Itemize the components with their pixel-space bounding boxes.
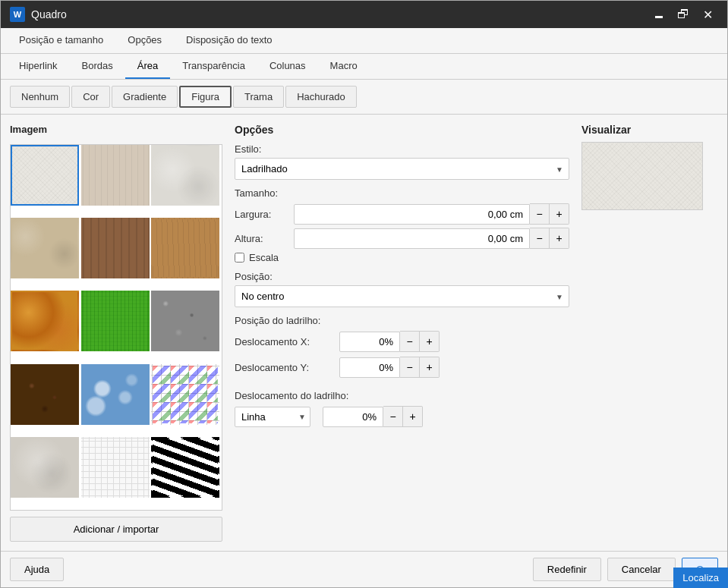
offset-y-increment-button[interactable]: + (420, 357, 440, 378)
tile-offset-row: Linha Coluna ▼ − + (235, 406, 569, 427)
tab-disposicao[interactable]: Disposição do texto (174, 28, 284, 53)
style-select-wrapper: Ladrilhado Ajuste Ampliado Posicionado ▼ (235, 158, 569, 180)
offset-y-input[interactable] (339, 357, 400, 378)
width-decrement-button[interactable]: − (530, 203, 550, 225)
position-select[interactable]: No centro Superior esquerdo Superior cen… (235, 285, 569, 307)
add-import-button[interactable]: Adicionar / importar (10, 517, 222, 542)
main-content: Imagem (1, 115, 727, 551)
texture-8[interactable] (81, 291, 150, 351)
texture-5[interactable] (81, 218, 150, 278)
texture-13[interactable] (11, 437, 79, 498)
size-section: Tamanho: Largura: − + Altura: (235, 187, 569, 263)
cancel-button[interactable]: Cancelar (607, 558, 676, 581)
window-title: Quadro (31, 8, 67, 20)
subtab-trama[interactable]: Trama (233, 86, 284, 108)
image-grid (10, 144, 222, 511)
tab-posicao[interactable]: Posição e tamanho (7, 28, 115, 53)
title-bar-controls: 🗕 🗗 ✕ (648, 4, 718, 25)
style-field: Estilo: Ladrilhado Ajuste Ampliado Posic… (235, 143, 569, 180)
tab-colunas[interactable]: Colunas (257, 54, 318, 79)
localiza-label: Localiza (682, 572, 719, 583)
texture-12[interactable] (151, 364, 219, 425)
position-field: Posição: No centro Superior esquerdo Sup… (235, 271, 569, 307)
offset-x-label: Deslocamento X: (235, 336, 333, 347)
subtab-cor[interactable]: Cor (71, 86, 110, 108)
width-input[interactable] (294, 204, 530, 225)
texture-7[interactable] (11, 291, 79, 351)
width-input-wrapper: − + (294, 203, 569, 225)
bottom-bar: Ajuda Redefinir Cancelar O (1, 551, 727, 587)
tile-offset-increment-button[interactable]: + (403, 406, 423, 427)
preview-box (581, 142, 703, 210)
tile-position-label: Posição do ladrilho: (235, 315, 569, 326)
tab-bordas[interactable]: Bordas (70, 54, 125, 79)
tab-macro[interactable]: Macro (318, 54, 370, 79)
title-bar-left: W Quadro (10, 7, 67, 22)
app-icon: W (10, 7, 25, 22)
tile-offset-label: Deslocamento do ladrilho: (235, 390, 569, 401)
width-label: Largura: (235, 209, 288, 220)
tile-offset-type-select[interactable]: Linha Coluna (235, 407, 310, 427)
style-select[interactable]: Ladrilhado Ajuste Ampliado Posicionado (235, 158, 569, 180)
minimize-button[interactable]: 🗕 (648, 4, 670, 25)
offset-x-increment-button[interactable]: + (420, 331, 440, 352)
left-panel: Imagem (10, 124, 222, 542)
subtab-figura[interactable]: Figura (179, 86, 232, 108)
tab-row-secondary: Hiperlink Bordas Área Transparência Colu… (1, 54, 727, 80)
tile-offset-value-input[interactable] (323, 407, 383, 427)
tab-area[interactable]: Área (125, 54, 170, 79)
texture-2[interactable] (81, 145, 150, 206)
tile-offset-section: Deslocamento do ladrilho: Linha Coluna ▼… (235, 390, 569, 427)
style-label: Estilo: (235, 143, 569, 155)
height-increment-button[interactable]: + (550, 228, 569, 249)
texture-9[interactable] (151, 291, 219, 351)
texture-14[interactable] (81, 437, 150, 498)
options-title: Opções (235, 124, 569, 136)
texture-1[interactable] (11, 145, 79, 206)
position-label: Posição: (235, 271, 569, 282)
subtab-row: Nenhum Cor Gradiente Figura Trama Hachur… (1, 80, 727, 115)
subtab-gradiente[interactable]: Gradiente (112, 86, 178, 108)
texture-10[interactable] (11, 364, 79, 425)
subtab-nenhum[interactable]: Nenhum (10, 86, 70, 108)
tab-transparencia[interactable]: Transparência (170, 54, 257, 79)
offset-y-label: Deslocamento Y: (235, 362, 333, 373)
width-increment-button[interactable]: + (550, 203, 569, 225)
title-bar: W Quadro 🗕 🗗 ✕ (1, 1, 727, 28)
reset-button[interactable]: Redefinir (533, 558, 601, 581)
texture-3[interactable] (151, 145, 219, 206)
close-button[interactable]: ✕ (697, 4, 718, 25)
offset-x-input-wrapper: − + (339, 331, 440, 352)
localiza-overlay: Localiza (673, 568, 728, 588)
offset-x-decrement-button[interactable]: − (400, 331, 420, 352)
texture-15[interactable] (151, 437, 219, 498)
offset-x-input[interactable] (339, 332, 400, 352)
subtab-hachurado[interactable]: Hachurado (285, 86, 357, 108)
height-row: Altura: − + (235, 228, 569, 249)
tab-hiperlink[interactable]: Hiperlink (7, 54, 70, 79)
size-section-title: Tamanho: (235, 187, 569, 199)
scale-row: Escala (235, 252, 569, 263)
scale-label[interactable]: Escala (249, 252, 279, 263)
height-decrement-button[interactable]: − (530, 228, 550, 249)
width-row: Largura: − + (235, 203, 569, 225)
scale-checkbox[interactable] (235, 253, 244, 263)
restore-button[interactable]: 🗗 (673, 4, 694, 25)
offset-y-input-wrapper: − + (339, 357, 440, 378)
window: W Quadro 🗕 🗗 ✕ Posição e tamanho Opções … (0, 0, 728, 588)
offset-y-decrement-button[interactable]: − (400, 357, 420, 378)
preview-panel: Visualizar (581, 124, 718, 542)
tab-row-primary: Posição e tamanho Opções Disposição do t… (1, 28, 727, 54)
texture-11[interactable] (81, 364, 150, 425)
texture-6[interactable] (151, 218, 219, 278)
bottom-left: Ajuda (10, 558, 64, 581)
tile-offset-decrement-button[interactable]: − (383, 406, 403, 427)
texture-4[interactable] (11, 218, 79, 278)
height-input[interactable] (294, 228, 530, 249)
height-input-wrapper: − + (294, 228, 569, 249)
tab-opcoes[interactable]: Opções (115, 28, 174, 53)
position-select-wrapper: No centro Superior esquerdo Superior cen… (235, 285, 569, 307)
help-button[interactable]: Ajuda (10, 558, 64, 581)
tile-position-section: Posição do ladrilho: Deslocamento X: − +… (235, 315, 569, 382)
tile-offset-value-wrapper: − + (323, 406, 423, 427)
